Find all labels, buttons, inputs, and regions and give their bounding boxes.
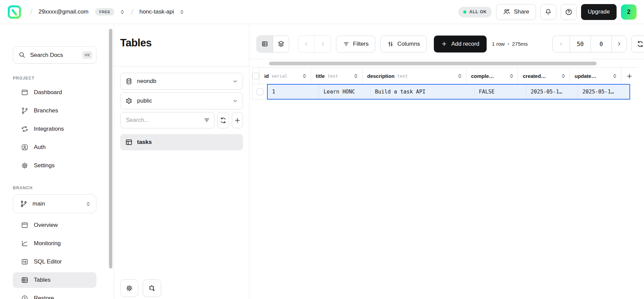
refresh-grid-button[interactable]: [631, 36, 644, 52]
column-header-description[interactable]: description text: [362, 67, 466, 84]
chevron-down-icon: [232, 79, 238, 84]
gear-icon: [126, 284, 133, 292]
help-button[interactable]: [561, 4, 577, 20]
upgrade-button[interactable]: Upgrade: [581, 4, 617, 20]
search-icon: [19, 51, 26, 59]
column-header-completed[interactable]: comple…: [466, 67, 518, 84]
chevron-updown-icon[interactable]: [120, 9, 125, 15]
data-view-toggle[interactable]: [273, 36, 289, 52]
schema-hex-icon: [125, 97, 133, 105]
column-type: serial: [271, 73, 287, 79]
sidebar-scrollbar[interactable]: [109, 29, 112, 269]
sidebar-item-label: Settings: [34, 162, 54, 169]
sort-updown-icon: [560, 73, 566, 79]
history-nav: [298, 36, 331, 52]
sidebar-section-branch: BRANCH: [13, 186, 101, 190]
table-view-toggle[interactable]: [257, 36, 273, 52]
layers-icon: [277, 40, 285, 47]
sort-updown-icon: [509, 73, 514, 79]
cell-id[interactable]: 1: [268, 85, 319, 99]
selected-row[interactable]: 1 Learn HONC Build a task API FALSE 2025…: [267, 84, 630, 100]
sidebar-item-auth[interactable]: Auth: [13, 140, 96, 155]
schema-select[interactable]: public: [120, 92, 243, 109]
sidebar-item-overview[interactable]: Overview: [13, 217, 96, 233]
page-next-button[interactable]: [612, 36, 626, 52]
filter-icon[interactable]: [203, 117, 210, 124]
column-header-title[interactable]: title text: [311, 67, 362, 84]
grid-toolbar: Filters Columns Add record 1 row • 275ms…: [249, 24, 644, 59]
notifications-button[interactable]: [540, 4, 556, 20]
terminal-icon: [21, 258, 28, 265]
auth-user-icon: [21, 144, 28, 151]
column-header-updated[interactable]: update…: [570, 67, 621, 84]
filters-button[interactable]: Filters: [336, 36, 375, 52]
status-badge[interactable]: ALL OK: [458, 7, 492, 17]
cell-updated[interactable]: 2025-05-1…: [578, 85, 629, 99]
plus-icon: [234, 117, 241, 124]
column-header-id[interactable]: id serial: [260, 67, 311, 84]
row-select-cell: [252, 84, 267, 100]
page-size-field[interactable]: 50: [570, 36, 591, 52]
cell-title[interactable]: Learn HONC: [319, 85, 371, 99]
tables-search-input[interactable]: [126, 117, 201, 124]
export-schema-button[interactable]: [143, 279, 161, 297]
sidebar-item-label: Integrations: [34, 126, 64, 132]
branch-selector[interactable]: main: [13, 194, 96, 213]
sidebar-item-branches[interactable]: Branches: [13, 103, 96, 119]
search-docs-button[interactable]: Search Docs ⌘K: [13, 46, 96, 64]
sidebar-item-integrations[interactable]: Integrations: [13, 121, 96, 137]
cell-description[interactable]: Build a task API: [371, 85, 474, 99]
add-record-button[interactable]: Add record: [434, 36, 486, 52]
refresh-tables-button[interactable]: [218, 112, 229, 128]
table-icon: [125, 138, 133, 146]
column-header-created[interactable]: created…: [518, 67, 570, 84]
credits-badge[interactable]: 2: [621, 4, 637, 20]
sort-updown-icon: [353, 73, 359, 79]
breadcrumb-project[interactable]: honc-task-api: [139, 8, 174, 15]
table-settings-button[interactable]: [120, 279, 138, 297]
select-all-checkbox[interactable]: [252, 72, 259, 79]
cell-created[interactable]: 2025-05-1…: [526, 85, 578, 99]
sidebar-item-sql-editor[interactable]: SQL Editor: [13, 254, 96, 270]
column-name: update…: [575, 73, 596, 79]
topbar-right-cluster: ALL OK Share Upgrade 2: [458, 4, 637, 20]
window-icon: [21, 221, 28, 229]
history-clock-icon: [21, 295, 28, 299]
page-offset-field[interactable]: 0: [591, 36, 612, 52]
sidebar-item-monitoring[interactable]: Monitoring: [13, 236, 96, 251]
add-column-button[interactable]: [621, 67, 638, 84]
row-checkbox[interactable]: [257, 88, 263, 95]
sidebar-item-restore[interactable]: Restore: [13, 291, 96, 299]
forward-button[interactable]: [314, 36, 331, 52]
neon-logo-icon[interactable]: [7, 5, 21, 19]
tables-panel-footer: [114, 279, 249, 299]
sidebar-item-tables[interactable]: Tables: [13, 272, 96, 288]
share-button[interactable]: Share: [496, 4, 536, 20]
horizontal-scrollbar[interactable]: [269, 62, 597, 65]
grid-header-row: id serial title text description text co…: [252, 67, 644, 84]
table-list-item-tasks[interactable]: tasks: [120, 134, 243, 150]
window-icon: [21, 89, 28, 96]
breadcrumb-separator: /: [27, 7, 35, 17]
tables-panel: Tables neondb public: [114, 24, 249, 299]
sidebar-item-label: Dashboard: [34, 89, 62, 96]
branch-name: main: [32, 200, 45, 207]
cell-completed[interactable]: FALSE: [474, 85, 526, 99]
breadcrumb-account[interactable]: 29xxxx@gmail.com: [39, 8, 89, 15]
rows-count: 1 row: [492, 41, 505, 47]
sliders-icon: [387, 41, 394, 47]
page-prev-button[interactable]: [553, 36, 570, 52]
back-button[interactable]: [298, 36, 314, 52]
database-select[interactable]: neondb: [120, 73, 243, 90]
horizontal-scrollbar-track: [252, 59, 644, 67]
refresh-icon: [637, 40, 644, 48]
add-table-button[interactable]: [232, 112, 243, 128]
sidebar-item-dashboard[interactable]: Dashboard: [13, 85, 96, 100]
column-type: text: [328, 73, 338, 79]
chevron-updown-icon[interactable]: [179, 9, 184, 15]
status-label: ALL OK: [469, 9, 487, 14]
refresh-icon: [220, 117, 227, 124]
columns-button[interactable]: Columns: [380, 36, 427, 52]
chevron-right-icon: [320, 41, 326, 47]
sidebar-item-settings[interactable]: Settings: [13, 158, 96, 173]
